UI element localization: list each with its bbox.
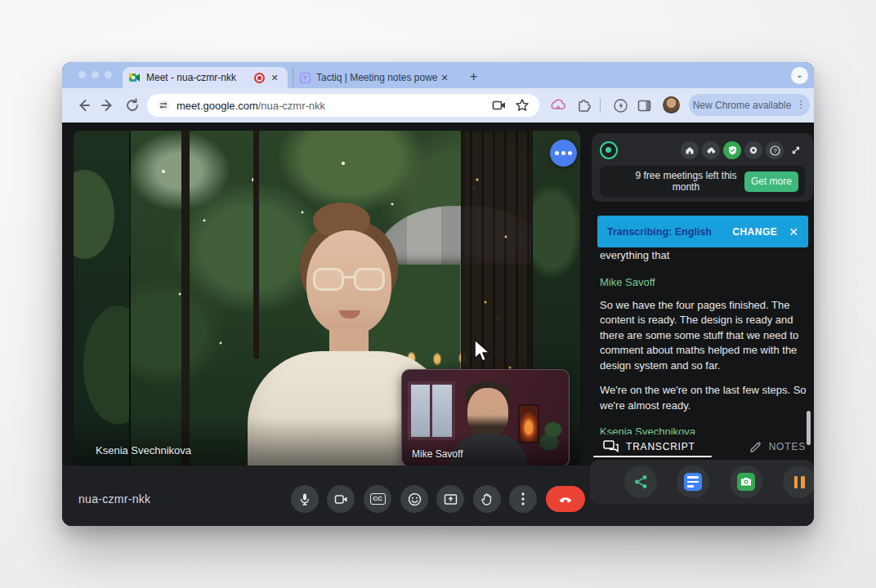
tactiq-tabs: TRANSCRIPT NOTES (592, 436, 814, 457)
transcript-speaker: Mike Savoff (600, 276, 807, 288)
transcript-text: everything that (600, 248, 807, 264)
pencil-icon (749, 440, 762, 453)
tab-search-chevron-icon[interactable]: ⌄ (791, 67, 808, 84)
door-frame (181, 131, 190, 466)
change-language-button[interactable]: CHANGE (732, 226, 777, 238)
recorder-extension-icon[interactable] (551, 98, 566, 114)
glasses (313, 268, 385, 292)
tab-notes-label: NOTES (769, 441, 806, 452)
new-tab-button[interactable]: + (470, 69, 477, 84)
bookmark-star-icon[interactable] (515, 98, 530, 113)
transcribing-label: Transcribing: English (607, 226, 712, 238)
camera-button[interactable] (327, 485, 355, 513)
reactions-button[interactable] (400, 485, 428, 513)
tactiq-logo (600, 141, 618, 159)
meeting-code: nua-czmr-nkk (78, 492, 150, 506)
address-bar[interactable]: meet.google.com/nua-czmr-nkk (147, 94, 539, 117)
share-button[interactable] (624, 466, 657, 498)
tactiq-action-bar (590, 460, 814, 504)
raise-hand-button[interactable] (473, 485, 501, 513)
tab-close-icon[interactable]: ✕ (268, 71, 281, 84)
svg-text:?: ? (773, 147, 776, 154)
captions-button[interactable]: CC (364, 485, 391, 513)
settings-gear-icon[interactable] (744, 141, 762, 159)
tab-transcript-label: TRANSCRIPT (626, 441, 695, 452)
pause-recording-button[interactable] (783, 466, 814, 498)
tab-transcript[interactable]: TRANSCRIPT (603, 440, 695, 454)
window-zoom-button[interactable] (105, 71, 112, 78)
screenshot-button[interactable] (730, 466, 762, 498)
profile-avatar[interactable] (663, 96, 680, 114)
pip-video-tile[interactable]: Mike Savoff (401, 369, 570, 467)
quota-text: 9 free meetings left this month (628, 170, 744, 193)
chrome-update-label: New Chrome available (693, 100, 792, 111)
chat-bubbles-icon (603, 440, 619, 454)
home-icon[interactable] (681, 141, 699, 159)
reload-icon[interactable] (124, 97, 141, 114)
open-doc-button[interactable] (677, 466, 709, 498)
back-icon[interactable] (75, 97, 92, 114)
pip-window (408, 381, 455, 440)
window-minimize-button[interactable] (92, 71, 99, 78)
quota-banner: 9 free meetings left this month Get more (600, 166, 805, 197)
doc-icon (684, 473, 702, 491)
browser-menu-icon[interactable]: ⋮ (796, 101, 806, 109)
tab-notes[interactable]: NOTES (749, 440, 806, 453)
tactiq-panel: ? 9 free meetings left this month Get mo… (592, 133, 813, 202)
tab-tactiq[interactable]: Tactiq | Meeting notes powe ✕ (293, 67, 458, 88)
more-options-button[interactable] (509, 485, 537, 513)
url-domain: meet.google.com (177, 100, 258, 112)
present-button[interactable] (436, 485, 464, 513)
tab-title: Tactiq | Meeting notes powe (316, 72, 438, 83)
transcribing-banner: Transcribing: English CHANGE ✕ (597, 216, 808, 247)
camera-in-use-icon[interactable] (492, 98, 507, 113)
meet-favicon (129, 72, 141, 83)
end-call-button[interactable] (546, 486, 585, 512)
chrome-update-button[interactable]: New Chrome available ⋮ (689, 94, 810, 116)
meet-page: Ksenia Svechnikova Mike Savoff nua-czmr-… (62, 122, 814, 526)
window-close-button[interactable] (78, 71, 86, 78)
active-tab-underline (593, 456, 712, 457)
site-settings-icon[interactable] (157, 99, 170, 112)
battery-saver-icon[interactable] (613, 98, 628, 114)
help-icon[interactable]: ? (766, 141, 784, 159)
expand-icon[interactable] (787, 141, 805, 159)
tab-title: Meet - nua-czmr-nkk (146, 72, 251, 83)
privacy-shield-icon[interactable] (723, 141, 741, 159)
camera-icon (737, 473, 755, 491)
extensions-puzzle-icon[interactable] (576, 98, 592, 114)
cloud-upload-icon[interactable] (702, 141, 720, 159)
transcript-text: We're on the we're on the last few steps… (600, 383, 807, 413)
mouse-cursor (472, 338, 492, 364)
get-more-button[interactable]: Get more (744, 172, 798, 192)
pause-icon (794, 476, 805, 488)
forward-icon[interactable] (100, 97, 116, 114)
participant-name-label: Ksenia Svechnikova (96, 444, 191, 457)
meet-activities-button[interactable] (550, 140, 577, 167)
url-path: /nua-czmr-nkk (258, 100, 325, 112)
transcript-text: So we have the four pages finished. The … (600, 298, 807, 374)
browser-toolbar: meet.google.com/nua-czmr-nkk New Chrome … (62, 88, 814, 122)
tactiq-favicon (300, 73, 311, 83)
recording-indicator-icon (254, 73, 265, 83)
close-banner-icon[interactable]: ✕ (789, 225, 798, 238)
toolbar-divider (600, 98, 601, 113)
side-panel-icon[interactable] (637, 98, 652, 114)
tab-close-icon[interactable]: ✕ (438, 71, 451, 84)
microphone-button[interactable] (291, 485, 319, 513)
video-left-strip (74, 131, 131, 466)
participant-mike (467, 388, 508, 437)
url-text: meet.google.com/nua-czmr-nkk (177, 100, 484, 112)
transcript-list[interactable]: everything thatMike SavoffSo we have the… (600, 245, 807, 434)
browser-window: Meet - nua-czmr-nkk ✕ Tactiq | Meeting n… (62, 62, 814, 526)
pip-name-label: Mike Savoff (412, 448, 463, 460)
cc-label: CC (370, 493, 386, 505)
tab-meet[interactable]: Meet - nua-czmr-nkk ✕ (123, 67, 288, 88)
tab-strip: Meet - nua-czmr-nkk ✕ Tactiq | Meeting n… (62, 62, 814, 88)
transcript-speaker: Ksenia Svechnikova (600, 425, 807, 434)
